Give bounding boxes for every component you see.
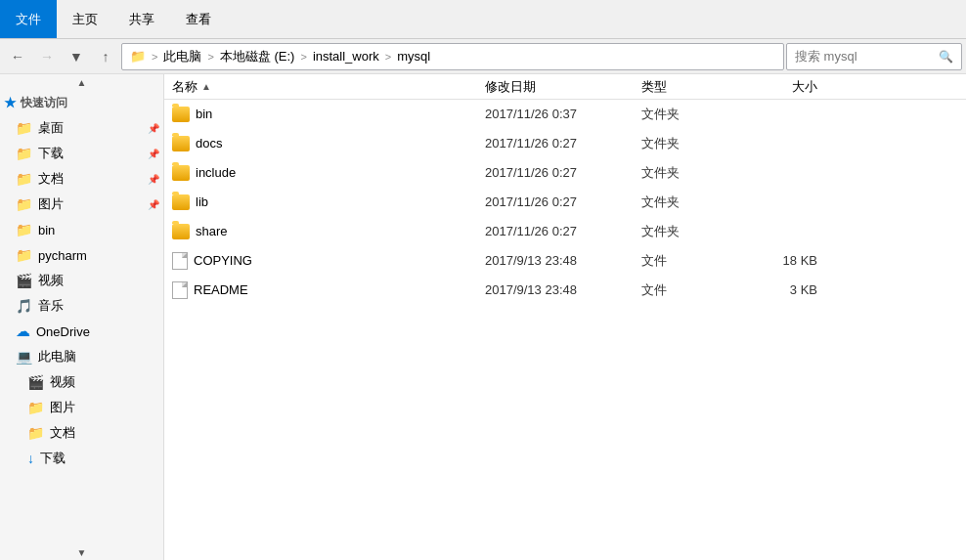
file-date: 2017/9/13 23:48: [485, 282, 641, 297]
file-icon-row: [172, 252, 188, 270]
address-bar[interactable]: 📁 > 此电脑 > 本地磁盘 (E:) > install_work > mys…: [121, 43, 784, 70]
address-sep3: >: [300, 51, 306, 63]
sidebar-label-documents-comp: 文档: [50, 424, 75, 442]
sidebar-item-pycharm[interactable]: 📁 pycharm: [0, 242, 163, 268]
sidebar-item-computer[interactable]: 💻 此电脑: [0, 344, 163, 369]
main-layout: ▲ ★ 快速访问 📁 桌面 📌 📁 下载 📌 📁 文档 📌 📁 图片 📌 📁: [0, 74, 966, 560]
folder-icon: 📁: [16, 247, 32, 263]
table-row[interactable]: lib 2017/11/26 0:27 文件夹: [164, 188, 966, 217]
address-sep2: >: [207, 51, 213, 63]
search-icon: 🔍: [939, 50, 953, 64]
sidebar-label-downloads-comp: 下载: [40, 450, 66, 467]
sidebar-label-computer: 此电脑: [38, 348, 76, 366]
up-button[interactable]: ↑: [92, 43, 119, 70]
file-size: 3 KB: [739, 282, 817, 297]
folder-icon: 📁: [16, 222, 32, 237]
table-row[interactable]: bin 2017/11/26 0:37 文件夹: [164, 100, 966, 129]
toolbar: ← → ▼ ↑ 📁 > 此电脑 > 本地磁盘 (E:) > install_wo…: [0, 39, 966, 74]
file-date: 2017/11/26 0:37: [485, 107, 641, 121]
quick-access-label: 快速访问: [21, 95, 67, 111]
col-size-header[interactable]: 大小: [739, 78, 817, 96]
sidebar-label-documents: 文档: [38, 170, 64, 188]
sidebar-item-documents[interactable]: 📁 文档 📌: [0, 166, 163, 192]
back-button[interactable]: ←: [4, 43, 31, 70]
sidebar-scroll-up[interactable]: ▲: [0, 74, 163, 90]
sidebar-item-pictures[interactable]: 📁 图片 📌: [0, 192, 163, 217]
media-icon: 🎬: [16, 273, 32, 288]
file-list: bin 2017/11/26 0:37 文件夹 docs 2017/11/26 …: [164, 100, 966, 560]
search-box[interactable]: 🔍: [786, 43, 962, 70]
address-part-3[interactable]: install_work: [313, 49, 379, 64]
menu-home[interactable]: 主页: [57, 0, 113, 38]
sidebar-item-documents-comp[interactable]: 📁 文档: [0, 420, 163, 446]
sidebar-label-pictures: 图片: [38, 195, 64, 213]
sidebar-label-onedrive: OneDrive: [36, 324, 90, 339]
content-area: 名称 ▲ 修改日期 类型 大小 bin 2017/11/26 0:37 文件夹: [164, 74, 966, 560]
table-row[interactable]: share 2017/11/26 0:27 文件夹: [164, 217, 966, 246]
file-type: 文件: [641, 252, 739, 270]
sidebar-label-downloads: 下载: [38, 145, 64, 162]
sidebar-label-music-quick: 音乐: [38, 297, 64, 315]
address-folder-icon: 📁: [130, 49, 146, 64]
sidebar-item-pictures-comp[interactable]: 📁 图片: [0, 395, 163, 420]
file-name: COPYING: [194, 253, 252, 268]
table-row[interactable]: docs 2017/11/26 0:27 文件夹: [164, 129, 966, 158]
folder-icon-row: [172, 107, 190, 122]
file-size: 18 KB: [739, 253, 817, 268]
menu-file[interactable]: 文件: [0, 0, 57, 38]
sidebar-item-videos-quick[interactable]: 🎬 视频: [0, 268, 163, 293]
sidebar-label-desktop: 桌面: [38, 119, 64, 137]
col-type-header[interactable]: 类型: [641, 78, 739, 96]
table-row[interactable]: README 2017/9/13 23:48 文件 3 KB: [164, 276, 966, 305]
sidebar-quick-access-header[interactable]: ★ 快速访问: [0, 90, 163, 115]
file-type: 文件夹: [641, 135, 739, 152]
sidebar-item-music-quick[interactable]: 🎵 音乐: [0, 293, 163, 319]
folder-icon-row: [172, 165, 190, 181]
column-headers: 名称 ▲ 修改日期 类型 大小: [164, 74, 966, 100]
folder-icon: 📁: [16, 146, 32, 161]
download-icon: ↓: [27, 451, 34, 466]
menu-view[interactable]: 查看: [170, 0, 227, 38]
col-name-header[interactable]: 名称 ▲: [172, 78, 485, 96]
file-name: README: [194, 282, 248, 297]
music-icon: 🎵: [16, 298, 32, 314]
sidebar-item-downloads-comp[interactable]: ↓ 下载: [0, 446, 163, 471]
folder-icon-2: 📁: [27, 400, 44, 415]
star-icon: ★: [4, 95, 17, 110]
sidebar-item-videos[interactable]: 🎬 视频: [0, 369, 163, 395]
computer-icon: 💻: [16, 349, 32, 365]
folder-icon-3: 📁: [27, 425, 44, 441]
recent-button[interactable]: ▼: [63, 43, 90, 70]
folder-icon: 📁: [16, 120, 32, 136]
sidebar-item-downloads[interactable]: 📁 下载 📌: [0, 141, 163, 166]
sidebar-item-onedrive[interactable]: ☁ OneDrive: [0, 319, 163, 344]
address-part-4[interactable]: mysql: [397, 49, 430, 64]
file-name: share: [196, 224, 228, 238]
folder-icon-row: [172, 136, 190, 151]
address-sep4: >: [385, 51, 391, 63]
search-input[interactable]: [795, 49, 939, 64]
sidebar-label-bin: bin: [38, 223, 55, 237]
sidebar-item-bin[interactable]: 📁 bin: [0, 217, 163, 242]
sidebar-label-pictures-comp: 图片: [50, 399, 75, 416]
folder-icon-row: [172, 224, 190, 239]
file-type: 文件夹: [641, 106, 739, 123]
address-part-1[interactable]: 此电脑: [163, 48, 201, 65]
col-date-header[interactable]: 修改日期: [485, 78, 641, 96]
file-name: include: [196, 165, 236, 180]
forward-button[interactable]: →: [33, 43, 61, 70]
file-type: 文件夹: [641, 223, 739, 240]
sidebar-scroll-down[interactable]: ▼: [0, 544, 163, 560]
sidebar-label-pycharm: pycharm: [38, 248, 87, 263]
table-row[interactable]: include 2017/11/26 0:27 文件夹: [164, 158, 966, 188]
sort-arrow-name: ▲: [201, 81, 211, 92]
file-date: 2017/11/26 0:27: [485, 194, 641, 209]
media-icon-2: 🎬: [27, 374, 44, 390]
table-row[interactable]: COPYING 2017/9/13 23:48 文件 18 KB: [164, 246, 966, 276]
sidebar-item-desktop[interactable]: 📁 桌面 📌: [0, 115, 163, 141]
menu-share[interactable]: 共享: [113, 0, 170, 38]
address-part-2[interactable]: 本地磁盘 (E:): [220, 48, 295, 65]
folder-icon: 📁: [16, 171, 32, 187]
file-type: 文件夹: [641, 194, 739, 211]
sidebar: ▲ ★ 快速访问 📁 桌面 📌 📁 下载 📌 📁 文档 📌 📁 图片 📌 📁: [0, 74, 164, 560]
